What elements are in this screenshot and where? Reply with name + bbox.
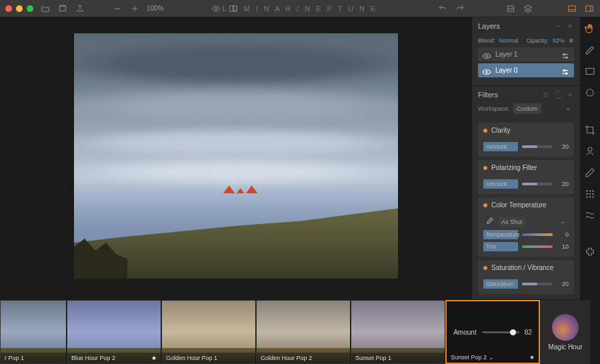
share-icon[interactable] — [75, 3, 85, 14]
workspace-select[interactable]: Custom — [513, 103, 541, 114]
open-folder-icon[interactable] — [40, 3, 51, 14]
slider-track[interactable] — [522, 183, 553, 185]
erase-tool-icon[interactable] — [584, 167, 596, 179]
svg-point-11 — [563, 69, 565, 71]
svg-point-7 — [486, 55, 487, 56]
filters-section: Filters Workspace: Custom Clarity Amount… — [472, 86, 580, 300]
svg-rect-6 — [586, 5, 593, 11]
svg-point-23 — [589, 197, 591, 198]
canvas-area[interactable] — [0, 17, 472, 300]
blend-value[interactable]: Normal — [499, 37, 519, 44]
preview-eye-icon[interactable] — [211, 3, 221, 14]
filter-enabled-dot[interactable] — [483, 166, 487, 170]
filter-header[interactable]: Saturation / Vibrance — [478, 260, 574, 275]
opacity-label: Opacity: — [527, 37, 549, 44]
svg-rect-13 — [586, 69, 594, 75]
layer-adjust-icon[interactable] — [561, 67, 570, 74]
gradient-tool-icon[interactable] — [584, 65, 596, 77]
slider-row: Amount 20 — [483, 179, 569, 189]
sidepanel-toggle-icon[interactable] — [584, 3, 595, 14]
denoise-tool-icon[interactable] — [584, 188, 596, 200]
layer-visibility-icon[interactable] — [482, 51, 491, 58]
star-icon[interactable]: ★ — [529, 354, 535, 361]
image-mode-icon[interactable] — [505, 3, 516, 14]
crop-tool-icon[interactable] — [584, 124, 596, 136]
preset-thumb[interactable]: r Pop 1 — [0, 300, 67, 364]
maximize-window[interactable] — [27, 5, 33, 12]
zoom-level[interactable]: 100% — [147, 5, 164, 12]
layer-name: Layer 1 — [495, 51, 557, 58]
clone-tool-icon[interactable] — [584, 145, 596, 157]
svg-point-17 — [589, 191, 591, 192]
category-thumb — [552, 314, 579, 341]
svg-point-8 — [563, 53, 565, 55]
preset-thumb[interactable]: Sunset Pop 1 — [351, 300, 445, 364]
side-panel: Layers Blend: Normal Opacity: 82% ✻ Laye… — [472, 17, 580, 300]
wb-preset-select[interactable]: As Shot — [498, 217, 526, 227]
minimize-window[interactable] — [16, 5, 23, 12]
amount-slider[interactable] — [482, 331, 519, 333]
undo-icon[interactable] — [437, 3, 448, 14]
filter-sync-icon[interactable] — [554, 91, 562, 99]
slider-row: Temperature 0 — [483, 230, 569, 239]
opacity-value[interactable]: 82% — [553, 37, 565, 44]
layer-name: Layer 0 — [495, 67, 557, 74]
transform-tool-icon[interactable] — [584, 209, 596, 221]
slider-track[interactable] — [522, 233, 553, 236]
layer-settings-icon[interactable]: ✻ — [569, 37, 574, 44]
slider-track[interactable] — [522, 245, 553, 248]
slider-row: Saturation 20 — [483, 279, 569, 289]
star-icon[interactable]: ★ — [151, 355, 157, 361]
filter-header[interactable]: Polarizing Filter — [478, 160, 574, 175]
svg-point-12 — [566, 73, 567, 74]
slider-value: 20 — [557, 143, 569, 150]
zoom-out-icon[interactable] — [112, 3, 123, 14]
workspace-label: Workspace: — [478, 105, 509, 112]
filter-name: Saturation / Vibrance — [491, 264, 569, 271]
svg-point-20 — [589, 193, 591, 195]
layer-adjust-icon[interactable] — [561, 51, 570, 58]
pan-tool-icon[interactable] — [584, 23, 596, 35]
zoom-in-icon[interactable] — [129, 3, 140, 14]
filter-card: Clarity Amount 20 — [478, 123, 574, 157]
svg-point-10 — [486, 71, 487, 72]
layer-visibility-icon[interactable] — [482, 67, 491, 74]
preset-thumb-selected[interactable]: Amount 82 Sunset Pop 2 ⌄★ — [445, 300, 540, 364]
filter-header[interactable]: Clarity — [478, 123, 574, 138]
eyedropper-icon[interactable] — [483, 217, 494, 227]
filter-enabled-dot[interactable] — [483, 203, 487, 207]
preset-thumb[interactable]: Blue Hour Pop 2★ — [67, 300, 161, 364]
layer-item[interactable]: Layer 0 — [478, 63, 574, 77]
preset-filmstrip: r Pop 1 Blue Hour Pop 2★ Golden Hour Pop… — [0, 300, 600, 364]
add-filter-icon[interactable] — [566, 91, 574, 99]
preset-thumb[interactable]: Golden Hour Pop 2 — [256, 300, 351, 364]
preset-category[interactable]: Magic Hour — [540, 300, 591, 364]
toolbar: 100% L U M I N A R / N E P T U N E — [0, 0, 600, 17]
slider-row: Tint 10 — [483, 242, 569, 251]
svg-point-22 — [587, 197, 588, 198]
filter-enabled-dot[interactable] — [483, 266, 487, 270]
preset-name: Blue Hour Pop 2 — [71, 355, 115, 361]
preset-thumb[interactable]: Golden Hour Pop 1 — [161, 300, 256, 364]
filter-enabled-dot[interactable] — [483, 129, 487, 133]
slider-row: Amount 20 — [483, 142, 569, 151]
layers-mode-icon[interactable] — [523, 3, 533, 14]
remove-layer-icon[interactable] — [554, 22, 562, 30]
plugins-icon[interactable] — [584, 247, 596, 259]
close-window[interactable] — [5, 5, 12, 12]
library-icon[interactable] — [57, 3, 68, 14]
brush-tool-icon[interactable] — [584, 44, 596, 56]
filter-header[interactable]: Color Temperature — [478, 197, 574, 213]
image-canvas[interactable] — [74, 33, 398, 279]
slider-track[interactable] — [522, 145, 553, 148]
filter-presets-icon[interactable] — [542, 91, 550, 99]
layer-item[interactable]: Layer 1 — [478, 47, 574, 61]
redo-icon[interactable] — [455, 3, 465, 14]
filmstrip-toggle-icon[interactable] — [567, 3, 577, 14]
slider-track[interactable] — [522, 283, 553, 285]
svg-point-18 — [593, 191, 594, 192]
preset-name: r Pop 1 — [5, 355, 24, 361]
slider-label: Tint — [483, 242, 518, 251]
radial-tool-icon[interactable] — [584, 87, 596, 99]
add-layer-icon[interactable] — [566, 22, 574, 30]
